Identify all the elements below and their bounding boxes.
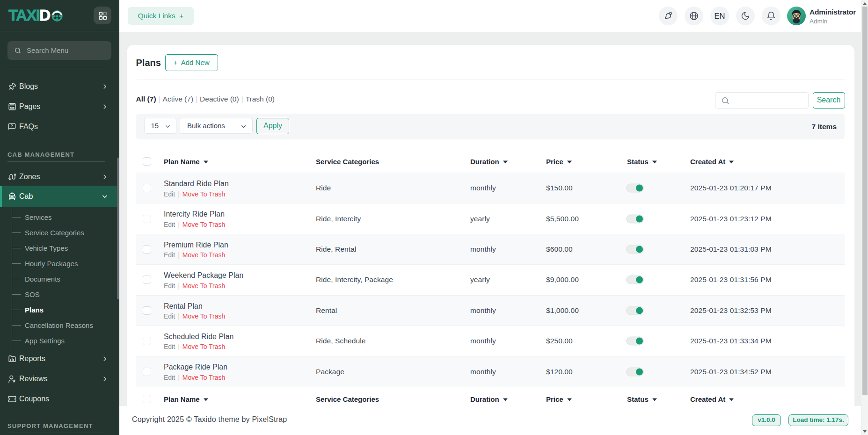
svg-text:?: ? <box>11 123 13 128</box>
